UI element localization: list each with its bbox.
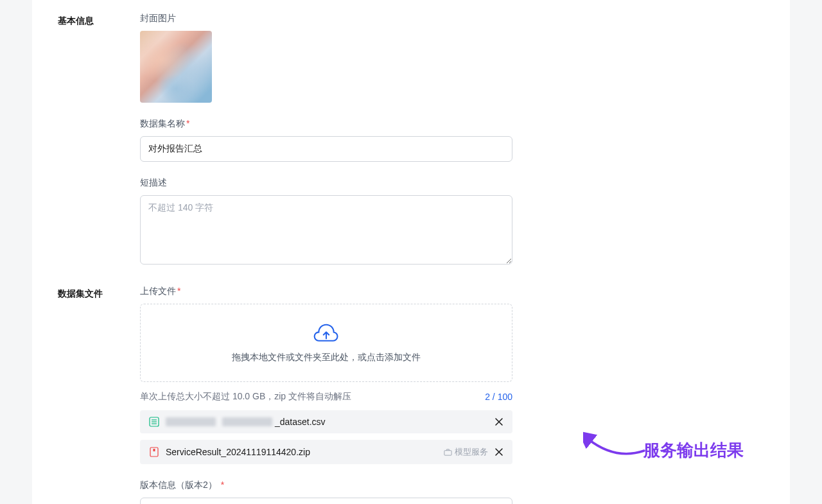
upload-dropzone[interactable]: 拖拽本地文件或文件夹至此处，或点击添加文件 [140, 304, 512, 382]
svg-rect-6 [444, 450, 451, 455]
upload-size-hint: 单次上传总大小不超过 10.0 GB，zip 文件将自动解压 [140, 391, 351, 403]
remove-file-button[interactable] [494, 417, 503, 426]
csv-file-icon [149, 417, 159, 427]
version-info-input[interactable] [140, 498, 512, 504]
cover-image-uploader[interactable] [140, 31, 212, 103]
model-service-icon [444, 448, 452, 456]
svg-rect-5 [153, 449, 155, 451]
redacted-text [222, 417, 272, 426]
section-title-basic: 基本信息 [58, 13, 140, 266]
file-row: _dataset.csv [140, 410, 512, 433]
dataset-name-label: 数据集名称* [140, 118, 512, 130]
version-info-label: 版本信息（版本2） * [140, 480, 512, 491]
short-desc-input[interactable] [140, 195, 512, 265]
upload-instruction-text: 拖拽本地文件或文件夹至此处，或点击添加文件 [153, 352, 499, 363]
upload-file-count: 2 / 100 [485, 392, 512, 402]
required-star: * [186, 118, 189, 128]
file-row: ServiceResult_20241119114420.zip 模型服务 [140, 440, 512, 464]
file-name: ServiceResult_20241119114420.zip [166, 447, 310, 457]
redacted-text [166, 417, 216, 426]
file-name-suffix: _dataset.csv [275, 417, 326, 427]
required-star: * [221, 480, 224, 490]
zip-file-icon [149, 447, 159, 457]
upload-file-label: 上传文件* [140, 286, 512, 297]
remove-file-button[interactable] [494, 448, 503, 456]
file-source-tag: 模型服务 [444, 446, 488, 458]
cloud-upload-icon [313, 322, 339, 344]
dataset-name-input[interactable] [140, 136, 512, 162]
close-icon [494, 448, 503, 456]
close-icon [494, 417, 503, 426]
section-title-files: 数据集文件 [58, 286, 140, 504]
cover-label: 封面图片 [140, 13, 512, 24]
short-desc-label: 短描述 [140, 177, 512, 189]
required-star: * [177, 286, 180, 296]
